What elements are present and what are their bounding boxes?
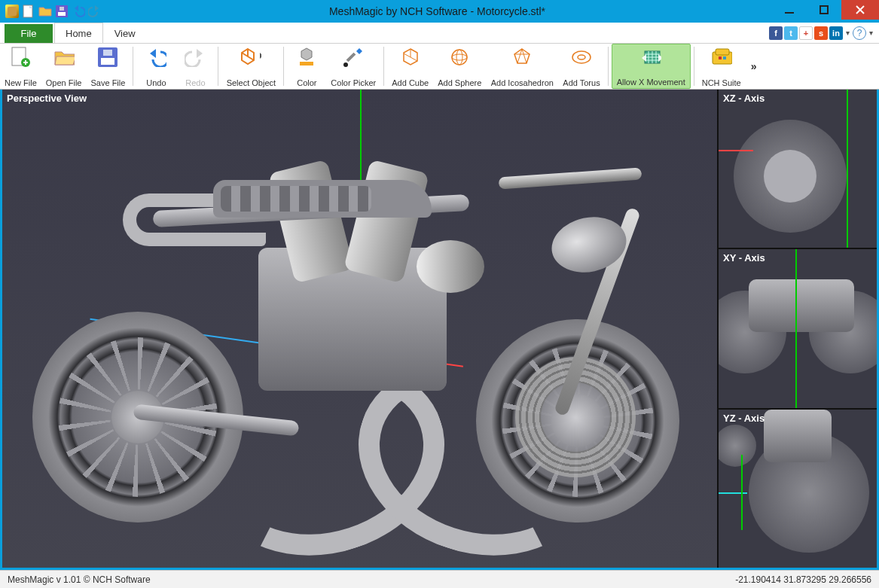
help-icon[interactable]: ? [853, 26, 866, 40]
svg-rect-5 [60, 7, 64, 11]
tab-view[interactable]: View [103, 23, 147, 43]
svg-rect-24 [719, 56, 722, 59]
qat-open-icon[interactable] [38, 4, 53, 19]
viewport-label: Perspective View [7, 93, 87, 104]
new-file-button[interactable]: New File [0, 44, 41, 89]
svg-point-19 [572, 51, 591, 63]
stumbleupon-icon[interactable]: s [814, 26, 828, 40]
share-dropdown-icon[interactable]: ▾ [844, 29, 851, 37]
handlebar [499, 167, 642, 189]
undo-button[interactable]: Undo [136, 44, 175, 89]
nch-suite-icon [711, 47, 732, 68]
icosahedron-icon [511, 47, 533, 68]
qat-undo-icon[interactable] [71, 4, 86, 19]
add-cube-button[interactable]: Add Cube [387, 44, 433, 89]
model-motorcycle[interactable] [32, 135, 694, 522]
linkedin-icon[interactable]: in [829, 26, 843, 40]
new-file-icon [10, 47, 31, 68]
quick-access-toolbar [0, 4, 102, 19]
redo-button[interactable]: Redo [175, 44, 215, 89]
xz-viewport[interactable]: XZ - Axis [719, 90, 877, 249]
svg-rect-6 [785, 12, 794, 14]
svg-rect-14 [346, 53, 356, 62]
separator [133, 47, 133, 86]
svg-point-17 [452, 54, 467, 60]
ribbon-tab-strip: File Home View f t + s in ▾ ? ▾ [0, 23, 879, 44]
open-file-icon [53, 47, 75, 68]
save-file-button[interactable]: Save File [87, 44, 130, 89]
svg-point-18 [456, 50, 462, 65]
allow-x-icon [640, 47, 661, 69]
side-viewports: XZ - Axis XY - Axis YZ - Axis [719, 90, 877, 568]
color-picker-button[interactable]: Color Picker [326, 44, 380, 89]
open-file-button[interactable]: Open File [41, 44, 87, 89]
maximize-button[interactable] [807, 0, 841, 20]
sphere-icon [449, 47, 470, 68]
color-icon [296, 47, 317, 68]
google-plus-icon[interactable]: + [799, 26, 813, 40]
ribbon-toolbar: New File Open File Save File Undo Redo S… [0, 44, 879, 90]
qat-redo-icon[interactable] [87, 4, 102, 19]
svg-rect-11 [101, 58, 114, 65]
qat-new-icon[interactable] [21, 4, 36, 19]
app-icon[interactable] [5, 4, 20, 19]
window-title: MeshMagic by NCH Software - Motorcycle.s… [102, 5, 772, 17]
svg-point-15 [343, 62, 348, 67]
separator [383, 47, 384, 86]
add-icosahedron-button[interactable]: Add Icosahedron [486, 44, 558, 89]
separator [608, 47, 609, 86]
status-bar: MeshMagic v 1.01 © NCH Software -21.1904… [0, 570, 879, 588]
yz-viewport[interactable]: YZ - Axis [719, 410, 877, 568]
separator [283, 47, 284, 86]
add-torus-button[interactable]: Add Torus [558, 44, 604, 89]
color-button[interactable]: Color [287, 44, 326, 89]
redo-icon [185, 47, 206, 68]
svg-rect-12 [103, 50, 112, 56]
tab-home[interactable]: Home [54, 23, 103, 43]
share-icons: f t + s in ▾ ? ▾ [769, 23, 879, 43]
add-sphere-button[interactable]: Add Sphere [433, 44, 486, 89]
title-bar: MeshMagic by NCH Software - Motorcycle.s… [0, 0, 879, 23]
ribbon-overflow-button[interactable]: » [746, 44, 762, 89]
color-picker-icon [343, 47, 364, 68]
file-tab[interactable]: File [5, 24, 53, 43]
xy-viewport[interactable]: XY - Axis [719, 249, 877, 409]
svg-rect-23 [716, 49, 729, 55]
twitter-icon[interactable]: t [784, 26, 798, 40]
seat [213, 180, 432, 218]
save-file-icon [97, 47, 118, 68]
separator [218, 47, 218, 86]
select-object-button[interactable]: Select Object [221, 44, 280, 89]
undo-icon [145, 47, 166, 68]
svg-rect-13 [300, 62, 313, 66]
close-button[interactable] [841, 0, 879, 20]
perspective-viewport[interactable]: Perspective View [2, 90, 719, 568]
svg-rect-1 [8, 7, 17, 16]
svg-rect-25 [723, 56, 726, 59]
window-controls [772, 0, 879, 23]
cursor-coordinates: -21.190414 31.873295 29.266556 [735, 574, 871, 585]
select-object-icon [240, 47, 261, 68]
minimize-button[interactable] [772, 0, 807, 20]
torus-icon [571, 47, 592, 68]
viewport-label: XZ - Axis [723, 93, 765, 104]
separator [694, 47, 694, 86]
help-dropdown-icon[interactable]: ▾ [868, 29, 874, 37]
nch-suite-button[interactable]: NCH Suite [697, 44, 746, 89]
svg-point-20 [578, 55, 585, 59]
workspace: Perspective View XZ - Axis [0, 90, 879, 570]
viewport-label: XY - Axis [723, 252, 765, 264]
qat-save-icon[interactable] [54, 4, 69, 19]
allow-x-movement-button[interactable]: Allow X Movement [612, 44, 691, 89]
svg-rect-4 [58, 12, 66, 16]
facebook-icon[interactable]: f [769, 26, 783, 40]
air-intake [417, 240, 484, 293]
svg-rect-7 [820, 6, 828, 14]
cube-icon [400, 47, 421, 68]
viewport-label: YZ - Axis [723, 413, 765, 424]
svg-point-16 [452, 50, 467, 65]
version-text: MeshMagic v 1.01 © NCH Software [8, 574, 151, 585]
